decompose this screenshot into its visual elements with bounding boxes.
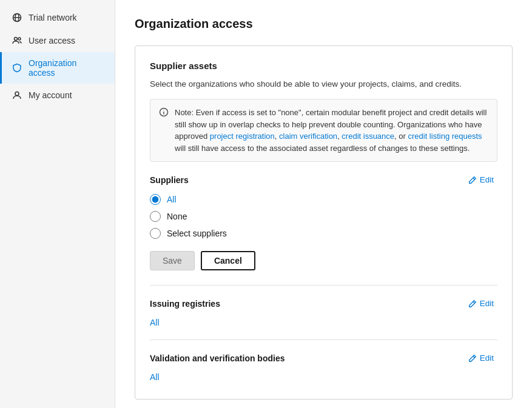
save-button[interactable]: Save bbox=[150, 251, 195, 270]
radio-group: All None Select suppliers bbox=[150, 194, 497, 239]
info-icon bbox=[159, 107, 169, 154]
issuing-registries-edit-button[interactable]: Edit bbox=[465, 298, 497, 309]
note-box: Note: Even if access is set to "none", c… bbox=[150, 99, 497, 162]
card-section-title: Supplier assets bbox=[150, 61, 497, 71]
vvb-row: Validation and verification bodies Edit bbox=[150, 352, 497, 364]
sidebar-item-label: Organization access bbox=[29, 58, 105, 78]
sidebar-item-trial-network[interactable]: Trial network bbox=[0, 6, 115, 29]
users-icon bbox=[12, 35, 22, 46]
radio-none-label: None bbox=[167, 212, 187, 221]
radio-none[interactable]: None bbox=[150, 211, 497, 222]
sidebar-item-my-account[interactable]: My account bbox=[0, 84, 115, 107]
cancel-button[interactable]: Cancel bbox=[201, 251, 255, 270]
svg-point-4 bbox=[18, 38, 21, 40]
shield-icon bbox=[12, 62, 22, 73]
svg-point-8 bbox=[164, 110, 164, 110]
edit-pencil-icon bbox=[468, 176, 477, 184]
supplier-assets-card: Supplier assets Select the organizations… bbox=[135, 45, 513, 400]
sidebar: Trial network User access Organization a… bbox=[0, 0, 115, 408]
divider-2 bbox=[150, 339, 497, 340]
divider-1 bbox=[150, 285, 497, 286]
main-content: Organization access Supplier assets Sele… bbox=[115, 0, 532, 408]
vvb-value: All bbox=[150, 372, 497, 382]
radio-none-input[interactable] bbox=[150, 211, 161, 222]
issuing-registries-section: Issuing registries Edit All bbox=[150, 298, 497, 327]
card-description: Select the organizations who should be a… bbox=[150, 78, 497, 90]
sidebar-item-label: User access bbox=[29, 36, 75, 45]
svg-line-11 bbox=[473, 356, 475, 358]
issuing-registries-row: Issuing registries Edit bbox=[150, 298, 497, 309]
note-text: Note: Even if access is set to "none", c… bbox=[175, 107, 488, 154]
sidebar-item-organization-access[interactable]: Organization access bbox=[0, 52, 115, 84]
svg-line-10 bbox=[473, 301, 475, 303]
edit-pencil-icon-2 bbox=[468, 299, 477, 308]
vvb-section: Validation and verification bodies Edit … bbox=[150, 352, 497, 382]
vvb-edit-button[interactable]: Edit bbox=[465, 352, 497, 364]
svg-point-5 bbox=[15, 92, 19, 96]
suppliers-edit-button[interactable]: Edit bbox=[465, 174, 497, 186]
radio-all-input[interactable] bbox=[150, 194, 161, 205]
suppliers-label: Suppliers bbox=[150, 175, 189, 185]
page-title: Organization access bbox=[135, 17, 513, 31]
action-buttons: Save Cancel bbox=[150, 251, 497, 270]
radio-select-suppliers[interactable]: Select suppliers bbox=[150, 228, 497, 239]
globe-icon bbox=[12, 12, 22, 23]
sidebar-item-label: My account bbox=[29, 90, 72, 100]
edit-pencil-icon-3 bbox=[468, 354, 477, 363]
radio-select-input[interactable] bbox=[150, 228, 161, 239]
radio-select-label: Select suppliers bbox=[167, 229, 227, 238]
radio-all-label: All bbox=[167, 195, 177, 204]
radio-all[interactable]: All bbox=[150, 194, 497, 205]
vvb-label: Validation and verification bodies bbox=[150, 353, 285, 363]
issuing-registries-label: Issuing registries bbox=[150, 299, 220, 309]
sidebar-item-label: Trial network bbox=[29, 13, 77, 22]
issuing-registries-value: All bbox=[150, 318, 497, 327]
svg-line-9 bbox=[473, 178, 475, 179]
sidebar-item-user-access[interactable]: User access bbox=[0, 29, 115, 52]
person-icon bbox=[12, 90, 22, 101]
svg-point-3 bbox=[15, 38, 18, 41]
suppliers-row: Suppliers Edit bbox=[150, 174, 497, 186]
